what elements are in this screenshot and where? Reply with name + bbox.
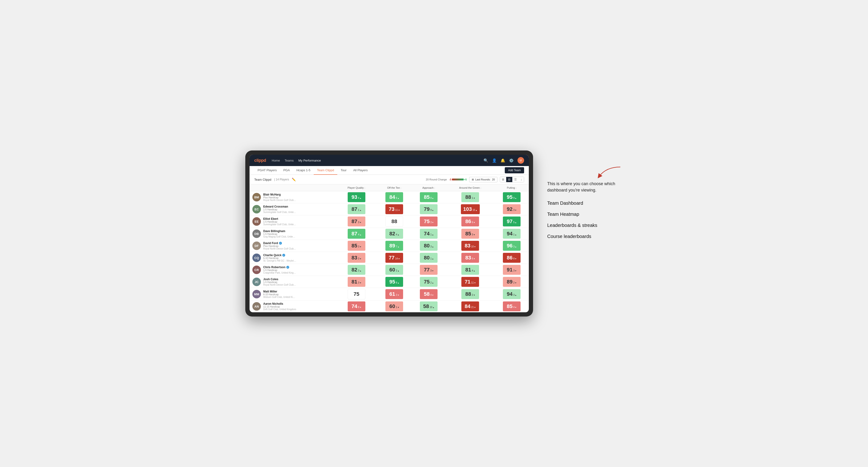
player-handicap: 1-5 Handicap — [263, 281, 333, 283]
score-main-value: 85 — [351, 243, 357, 249]
player-name: Dave Billingham — [263, 229, 333, 233]
score-main-value: 97 — [507, 218, 513, 224]
verified-icon: ✓ — [279, 242, 282, 245]
score-box: 854 — [503, 302, 521, 311]
player-cell[interactable]: ECEdward Crossman1-5 HandicapSunningdale… — [250, 203, 336, 215]
player-cell[interactable]: JCJosh Coles1-5 HandicapRoyal North Devo… — [250, 276, 336, 288]
search-icon[interactable]: 🔍 — [484, 158, 488, 163]
score-cell: 752 — [412, 276, 446, 288]
score-box: 7111 — [461, 277, 479, 287]
settings-icon[interactable]: ⚙️ — [509, 158, 514, 163]
sub-nav-pgat[interactable]: PGAT Players — [254, 166, 280, 175]
player-handicap: 1-5 Handicap — [263, 220, 333, 223]
view-btn-grid[interactable]: ⊞ — [500, 177, 506, 182]
arrow-down-icon — [473, 233, 475, 236]
view-btn-heat[interactable]: ⊟ — [506, 177, 512, 182]
player-avatar: EC — [252, 205, 261, 214]
col-header-player-quality[interactable]: Player Quality — [336, 184, 377, 191]
sub-nav-hcaps[interactable]: Hcaps 1-5 — [293, 166, 314, 175]
score-change: 21 — [471, 306, 476, 309]
sub-nav-all-players[interactable]: All Players — [350, 166, 371, 175]
nav-item-teams[interactable]: Teams — [285, 158, 294, 163]
add-team-button[interactable]: Add Team — [505, 167, 524, 173]
player-avatar: DF — [252, 242, 261, 250]
score-cell: 866 — [446, 215, 495, 228]
last-rounds-button[interactable]: ⊞ Last Rounds: 20 — [469, 177, 497, 182]
score-change: 3 — [396, 294, 399, 296]
score-cell: 741 — [412, 228, 446, 240]
player-name: Chris Robertson✓ — [263, 266, 333, 269]
score-box: 752 — [420, 277, 437, 287]
col-header-approach[interactable]: Approach — [412, 184, 446, 191]
arrow-up-icon — [432, 281, 434, 284]
score-cell: 803 — [412, 240, 446, 252]
player-cell[interactable]: EEElliot Ebert1-5 HandicapSunningdale Go… — [250, 215, 336, 228]
player-cell[interactable]: CRChris Robertson✓1-5 HandicapCraigmilla… — [250, 264, 336, 276]
score-main-value: 80 — [424, 255, 430, 261]
arrow-up-icon — [515, 233, 517, 236]
view-btn-list[interactable]: ☰ — [512, 177, 519, 182]
player-club: Craigmillar Park, United Kingdom — [263, 272, 296, 274]
nav-item-home[interactable]: Home — [272, 158, 280, 163]
bell-icon[interactable]: 🔔 — [500, 158, 505, 163]
score-cell: 8421 — [446, 301, 495, 312]
arrow-down-icon — [474, 281, 476, 284]
score-box: 773 — [420, 265, 437, 275]
col-header-putting[interactable]: Putting — [495, 184, 529, 191]
player-avatar: CQ — [252, 253, 261, 262]
score-box: 584 — [420, 289, 437, 299]
score-change: 5 — [513, 221, 517, 224]
score-cell: 813 — [336, 276, 377, 288]
col-header-around-green[interactable]: Around the Green — [446, 184, 495, 191]
player-handicap: 1-5 Handicap — [263, 233, 333, 236]
player-name: Josh Coles — [263, 278, 333, 281]
player-name: Matt Miller — [263, 290, 333, 293]
table-row: BMBlair McHargPlus HandicapRoyal North D… — [250, 191, 529, 203]
nav-logo[interactable]: clippd — [254, 158, 266, 163]
score-change: 4 — [430, 294, 434, 296]
table-row: EEElliot Ebert1-5 HandicapSunningdale Go… — [250, 215, 529, 228]
col-header-off-tee[interactable]: Off the Tee — [377, 184, 412, 191]
player-cell[interactable]: BMBlair McHargPlus HandicapRoyal North D… — [250, 191, 336, 203]
view-btn-download[interactable]: ↓ — [519, 177, 524, 182]
person-icon[interactable]: 👤 — [492, 158, 497, 163]
score-main-value: 87 — [351, 206, 357, 212]
score-change: 3 — [358, 245, 361, 248]
score-main-value: 83 — [465, 255, 471, 261]
score-change: 4 — [358, 233, 361, 236]
score-main-value: 93 — [351, 194, 357, 200]
annotation-item-course: Course leaderboards — [547, 234, 623, 239]
score-change: 9 — [513, 197, 517, 199]
score-change: 3 — [358, 257, 361, 260]
player-cell[interactable]: ANAaron Nicholls11-15 HandicapDrift Golf… — [250, 301, 336, 312]
player-cell[interactable]: MMMatt Miller6-10 HandicapWoburn Golf Cl… — [250, 288, 336, 301]
score-cell: 7111 — [446, 276, 495, 288]
score-box: 963 — [503, 241, 521, 251]
sub-nav-pga[interactable]: PGA — [280, 166, 293, 175]
score-cell: 958 — [377, 276, 412, 288]
nav-item-performance[interactable]: My Performance — [299, 158, 321, 163]
score-cell: 846 — [377, 191, 412, 203]
player-handicap: 11-15 Handicap — [263, 305, 333, 308]
arrow-up-icon — [475, 209, 477, 211]
arrow-down-icon — [473, 257, 475, 260]
sub-nav-team-clippd[interactable]: Team Clippd — [314, 166, 337, 175]
edit-icon[interactable]: ✏️ — [292, 178, 296, 181]
sub-nav-tour[interactable]: Tour — [337, 166, 350, 175]
score-box: 866 — [461, 217, 479, 226]
player-cell[interactable]: CQCharlie Quick✓6-10 HandicapSt. George'… — [250, 252, 336, 264]
score-box: 7714 — [385, 253, 403, 263]
arrow-down-icon — [360, 245, 361, 248]
score-cell: 892 — [495, 276, 529, 288]
player-cell[interactable]: DFDavid Ford✓Plus HandicapRoyal North De… — [250, 240, 336, 252]
avatar[interactable]: U — [518, 157, 524, 164]
score-change: 8 — [513, 257, 517, 260]
tablet-screen: clippd Home Teams My Performance 🔍 👤 🔔 ⚙… — [250, 155, 529, 312]
score-box: 748 — [348, 302, 365, 311]
score-change: 1 — [430, 233, 434, 236]
score-box: 868 — [503, 253, 521, 263]
arrow-down-icon — [432, 221, 434, 224]
player-cell[interactable]: DBDave Billingham1-5 HandicapGog Magog G… — [250, 228, 336, 240]
score-box: 814 — [461, 265, 479, 275]
arrow-up-icon — [433, 306, 434, 309]
